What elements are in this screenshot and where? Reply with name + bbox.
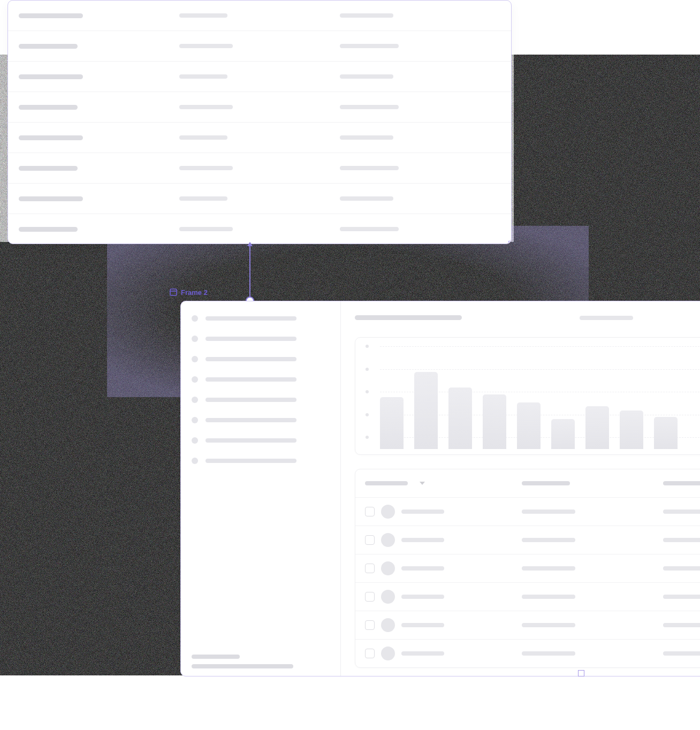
page-header: [355, 315, 700, 320]
placeholder-text: [663, 538, 700, 542]
sidebar-footer: [192, 655, 330, 668]
arrow-up-icon: [247, 242, 253, 246]
placeholder-text: [192, 655, 240, 659]
placeholder-text: [206, 418, 296, 422]
placeholder-text: [206, 377, 296, 382]
chart-card: [355, 337, 700, 455]
table-row: [8, 31, 511, 62]
checkbox[interactable]: [365, 649, 375, 658]
avatar: [381, 505, 395, 519]
placeholder-text: [206, 398, 296, 402]
list-header: [355, 469, 700, 498]
list-item[interactable]: [355, 498, 700, 526]
chart-gridline: [380, 369, 700, 370]
placeholder-text: [206, 357, 296, 361]
placeholder-text: [179, 227, 233, 231]
page-title: [355, 315, 462, 320]
cell: [179, 13, 340, 18]
placeholder-text: [179, 166, 233, 170]
list-item[interactable]: [355, 554, 700, 583]
placeholder-text: [522, 538, 575, 542]
chart-bar: [380, 397, 404, 450]
list-item[interactable]: [355, 640, 700, 667]
placeholder-text: [340, 196, 393, 201]
table-row: [8, 123, 511, 153]
sidebar-item[interactable]: [192, 417, 330, 423]
checkbox[interactable]: [365, 564, 375, 573]
placeholder-text: [340, 227, 399, 231]
placeholder-text: [401, 595, 444, 599]
chart-y-tick: [366, 436, 369, 439]
frame-label[interactable]: Frame 2: [169, 288, 208, 296]
frame-2[interactable]: [180, 301, 700, 676]
placeholder-text: [663, 651, 700, 656]
chart-bar: [551, 419, 575, 449]
placeholder-text: [19, 13, 83, 18]
chart-bar: [483, 394, 506, 450]
bullet-icon: [192, 315, 198, 322]
bullet-icon: [192, 417, 198, 423]
placeholder-text: [179, 74, 227, 79]
table-row: [8, 62, 511, 92]
sidebar-item[interactable]: [192, 336, 330, 342]
frame-1[interactable]: [7, 0, 512, 244]
sidebar-item[interactable]: [192, 356, 330, 362]
sidebar: [181, 301, 341, 676]
placeholder-text: [340, 135, 393, 140]
spacing-guide: [249, 244, 250, 301]
placeholder-text: [401, 538, 444, 542]
placeholder-text: [401, 566, 444, 571]
placeholder-text: [19, 105, 78, 110]
column-header[interactable]: [522, 481, 663, 485]
placeholder-text: [522, 510, 575, 514]
placeholder-text: [663, 566, 700, 571]
chart-y-tick: [366, 345, 369, 348]
column-header[interactable]: [365, 481, 522, 485]
frame-icon: [169, 288, 178, 296]
sidebar-item[interactable]: [192, 397, 330, 403]
placeholder-text: [19, 74, 83, 79]
placeholder-text: [401, 623, 444, 627]
placeholder-text: [179, 13, 227, 18]
sidebar-item[interactable]: [192, 315, 330, 322]
placeholder-text: [340, 13, 393, 18]
chart-bar: [585, 406, 609, 449]
chevron-down-icon: [420, 482, 425, 485]
placeholder-text: [179, 135, 227, 140]
frame-label-text: Frame 2: [181, 288, 208, 296]
placeholder-text: [19, 135, 83, 140]
placeholder-text: [19, 227, 78, 232]
sidebar-item[interactable]: [192, 437, 330, 444]
placeholder-text: [179, 44, 233, 48]
checkbox[interactable]: [365, 507, 375, 516]
column-header[interactable]: [663, 481, 700, 485]
sidebar-item[interactable]: [192, 458, 330, 464]
placeholder-text: [522, 566, 575, 571]
avatar: [381, 590, 395, 604]
list-item[interactable]: [355, 583, 700, 611]
table-row: [8, 1, 511, 31]
svg-rect-6: [170, 289, 177, 295]
placeholder-text: [522, 595, 575, 599]
resize-handle[interactable]: [578, 670, 584, 676]
placeholder-text: [340, 74, 393, 79]
table-row: [8, 92, 511, 123]
placeholder-text: [192, 664, 293, 668]
list-item[interactable]: [355, 611, 700, 640]
chart-gridline: [380, 346, 700, 347]
list-item[interactable]: [355, 526, 700, 554]
bullet-icon: [192, 376, 198, 383]
placeholder-text: [365, 481, 408, 485]
placeholder-text: [522, 651, 575, 656]
checkbox[interactable]: [365, 592, 375, 602]
chart-bar: [414, 372, 438, 449]
placeholder-text: [522, 481, 570, 485]
checkbox[interactable]: [365, 535, 375, 545]
checkbox[interactable]: [365, 620, 375, 630]
placeholder-text: [206, 337, 296, 341]
chart-y-tick: [366, 368, 369, 371]
table-row: [8, 214, 511, 244]
sidebar-item[interactable]: [192, 376, 330, 383]
cell: [19, 13, 179, 18]
placeholder-text: [179, 196, 227, 201]
